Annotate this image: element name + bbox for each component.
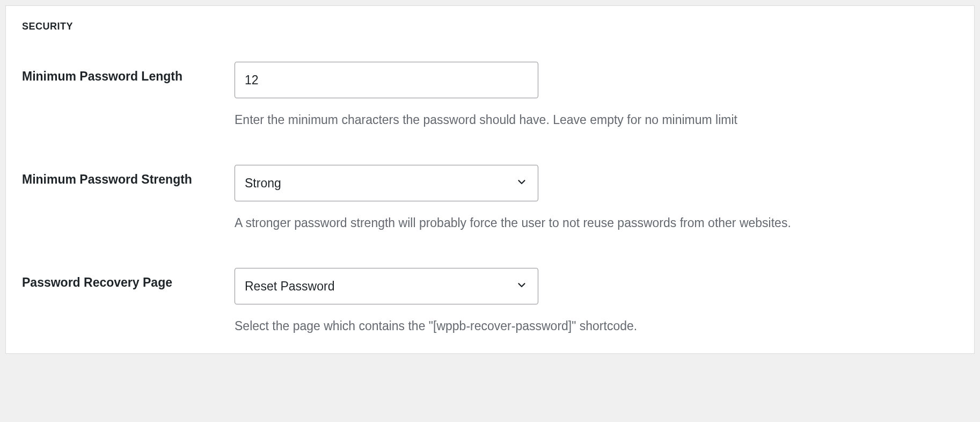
password-recovery-page-label: Password Recovery Page	[22, 268, 235, 290]
field-row-password-recovery-page: Password Recovery Page Reset Password Se…	[22, 268, 958, 334]
min-password-strength-control-wrap: Strong A stronger password strength will…	[235, 165, 958, 231]
field-row-min-password-strength: Minimum Password Strength Strong A stron…	[22, 165, 958, 231]
password-recovery-page-control-wrap: Reset Password Select the page which con…	[235, 268, 958, 334]
password-recovery-page-description: Select the page which contains the "[wpp…	[235, 317, 958, 334]
min-password-length-label: Minimum Password Length	[22, 62, 235, 84]
min-password-strength-select[interactable]: Strong	[235, 165, 538, 201]
min-password-length-control-wrap: Enter the minimum characters the passwor…	[235, 62, 958, 128]
password-recovery-page-select[interactable]: Reset Password	[235, 268, 538, 304]
min-password-strength-select-wrap: Strong	[235, 165, 538, 201]
security-settings-panel: SECURITY Minimum Password Length Enter t…	[5, 5, 975, 354]
min-password-length-input[interactable]	[235, 62, 538, 98]
min-password-strength-description: A stronger password strength will probab…	[235, 214, 958, 231]
min-password-strength-label: Minimum Password Strength	[22, 165, 235, 187]
password-recovery-page-select-wrap: Reset Password	[235, 268, 538, 304]
min-password-length-description: Enter the minimum characters the passwor…	[235, 111, 958, 128]
section-title: SECURITY	[22, 21, 958, 32]
field-row-min-password-length: Minimum Password Length Enter the minimu…	[22, 62, 958, 128]
